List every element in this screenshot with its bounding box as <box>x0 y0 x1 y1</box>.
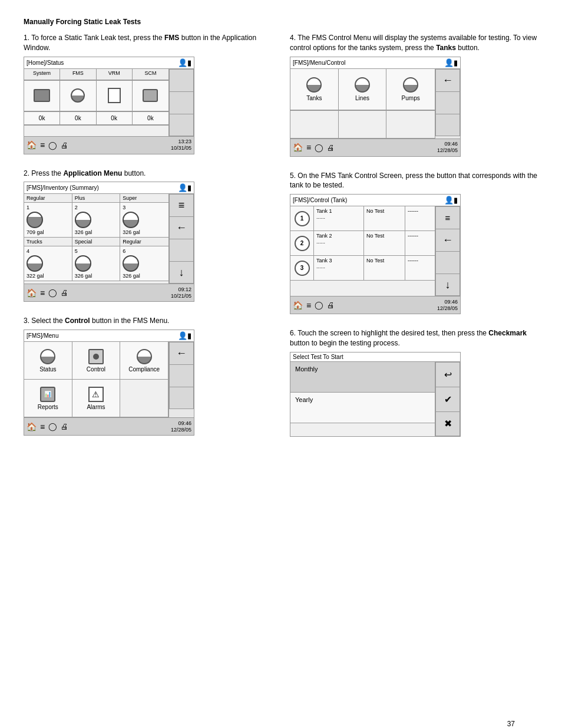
test-item-yearly[interactable]: Yearly <box>290 393 435 423</box>
screen3-sb-empty1 <box>169 364 194 387</box>
screen6-sb-checkmark[interactable]: ✔ <box>435 387 460 411</box>
step1-text: 1. To force a Static Tank Leak test, pre… <box>24 33 272 53</box>
screen3-alarms[interactable]: ⚠ Alarms <box>72 380 121 417</box>
screen3-menu-grid: Status Control Com <box>24 342 168 417</box>
list-icon: ≡ <box>40 140 45 150</box>
step3-section: 3. Select the Control button in the FMS … <box>24 316 272 436</box>
screen2-titlebar: [FMS]/Inventory (Summary) 👤▮ <box>24 182 194 194</box>
inv-num-0: 1 <box>27 205 29 210</box>
screen2-sb-list[interactable]: ≡ <box>169 194 194 216</box>
screen4-sb-empty2 <box>435 114 460 136</box>
screen4-footer: 🏠 ≡ ◯ 🖨 09:46 12/28/05 <box>290 139 460 156</box>
screen4-sb-empty1 <box>435 91 460 114</box>
screen2-r1-c2: 3 326 gal <box>120 203 168 238</box>
screen2-sb-down[interactable]: ↓ <box>169 261 194 284</box>
circle-icon-2 <box>123 212 139 228</box>
screen5-footer-icons: 🏠 ≡ ◯ 🖨 <box>293 301 335 310</box>
screen2-h1-0: Regular <box>24 194 72 202</box>
print-icon3: 🖨 <box>61 422 68 431</box>
screen2-r2-c0: 4 322 gal <box>24 246 72 281</box>
screen6-sb-undo[interactable]: ↩ <box>435 362 460 387</box>
screen6-titlebar: Select Test To Start <box>290 353 460 362</box>
therm-icon4: ◯ <box>315 143 323 152</box>
screen4-pumps[interactable]: Pumps <box>386 69 435 110</box>
screen5-title: [FMS]/Control (Tank) <box>293 197 347 203</box>
screen5-login-icon: 👤▮ <box>444 196 458 205</box>
screen5-sidebar: ≡ ← ↓ <box>435 206 460 296</box>
screen1-body: System FMS VRM SCM <box>24 69 194 136</box>
screen2-row2: 4 322 gal 5 326 gal 6 <box>24 246 168 281</box>
screen5-timestamp: 09:46 12/28/05 <box>437 299 458 312</box>
inv-gal-2: 326 gal <box>123 229 140 235</box>
screen1-header-3: SCM <box>133 69 168 80</box>
screen1-header-2: VRM <box>97 69 133 80</box>
screen2-body: Regular Plus Super 1 709 gal <box>24 194 194 284</box>
screen4-lines[interactable]: Lines <box>339 69 387 110</box>
screen1-footer-icons: 🏠 ≡ ◯ 🖨 <box>27 140 68 150</box>
screen2-h1-2: Super <box>120 194 168 202</box>
screen6-sidebar: ↩ ✔ ✖ <box>435 362 460 436</box>
screen3-sb-back[interactable]: ← <box>169 342 194 364</box>
screen4-body: Tanks Lines Pumps <box>290 69 460 139</box>
screen5-body: 1 Tank 1 ...... No Test ------ <box>290 206 460 296</box>
printer-icon <box>143 89 158 102</box>
screen2-r1-c1: 2 326 gal <box>72 203 121 238</box>
tank2-extra-cell: ------ <box>405 231 435 255</box>
screen6-sb-cancel[interactable]: ✖ <box>435 411 460 436</box>
screen1-val-2: 0k <box>97 112 133 125</box>
screen2-login-icon: 👤▮ <box>178 183 191 192</box>
screen5-sb-empty <box>435 251 460 274</box>
circle-icon-4 <box>75 255 91 272</box>
screen4-timestamp: 09:46 12/28/05 <box>437 141 458 154</box>
therm-icon5: ◯ <box>315 301 323 309</box>
screen2-title: [FMS]/Inventory (Summary) <box>27 185 99 191</box>
print-icon2: 🖨 <box>61 288 68 297</box>
tank1-name-cell: Tank 1 ...... <box>314 206 364 230</box>
screen3-reports[interactable]: 📊 Reports <box>24 380 72 417</box>
step5-section: 5. On the FMS Tank Control Screen, press… <box>290 171 538 315</box>
step6-text: 6. Touch the screen to highlight the des… <box>290 328 538 348</box>
screen3-body: Status Control Com <box>24 342 194 417</box>
tank1-extra-cell: ------ <box>405 206 435 230</box>
screen2-timestamp: 09:12 10/21/05 <box>171 286 191 299</box>
screen2-h2-1: Special <box>72 238 121 246</box>
screen3-control[interactable]: Control <box>72 342 121 380</box>
screen6: Select Test To Start Monthly Yearly <box>290 352 461 437</box>
list-icon5: ≡ <box>306 301 311 310</box>
tank2-name-cell: Tank 2 ...... <box>314 231 364 255</box>
screen2-row1: 1 709 gal 2 326 gal 3 <box>24 203 168 238</box>
screen2-sb-back[interactable]: ← <box>169 216 194 239</box>
screen4-sb-back[interactable]: ← <box>435 69 460 91</box>
screen2-h1-1: Plus <box>72 194 121 202</box>
test-item-monthly[interactable]: Monthly <box>290 362 435 393</box>
screen1-sb-empty1 <box>169 69 194 91</box>
inv-num-1: 2 <box>75 205 78 210</box>
screen3-empty <box>120 380 168 417</box>
screen5-sb-back[interactable]: ← <box>435 229 460 251</box>
inv-num-4: 5 <box>75 248 78 254</box>
step5-text: 5. On the FMS Tank Control Screen, press… <box>290 171 538 191</box>
step4-section: 4. The FMS Control Menu will display the… <box>290 33 538 157</box>
tank-row-3[interactable]: 3 Tank 3 ...... No Test ------ <box>290 256 435 281</box>
screen2-h2-0: Trucks <box>24 238 72 246</box>
screen1-main: System FMS VRM SCM <box>24 69 169 136</box>
print-icon5: 🖨 <box>327 301 335 309</box>
therm-icon3: ◯ <box>48 422 57 431</box>
reports-icon: 📊 <box>40 387 55 402</box>
screen1-val-1: 0k <box>60 112 96 125</box>
screen5-sb-list[interactable]: ≡ <box>435 206 460 229</box>
tank-row-2[interactable]: 2 Tank 2 ...... No Test ------ <box>290 231 435 256</box>
screen5-sb-down[interactable]: ↓ <box>435 274 460 296</box>
step3-text: 3. Select the Control button in the FMS … <box>24 316 272 326</box>
screen1-val-0: 0k <box>24 112 60 125</box>
screen2-headers1: Regular Plus Super <box>24 194 168 203</box>
screen1-cell-system <box>24 81 60 111</box>
screen4-tanks[interactable]: Tanks <box>290 69 339 110</box>
screen3-login-icon: 👤▮ <box>178 331 191 340</box>
tank3-name-cell: Tank 3 ...... <box>314 256 364 280</box>
screen3-status[interactable]: Status <box>24 342 72 380</box>
tank-row-1[interactable]: 1 Tank 1 ...... No Test ------ <box>290 206 435 231</box>
list-icon3: ≡ <box>40 422 45 431</box>
screen3-titlebar: [FMS]/Menu 👤▮ <box>24 330 194 342</box>
screen3-compliance[interactable]: Compliance <box>120 342 168 380</box>
